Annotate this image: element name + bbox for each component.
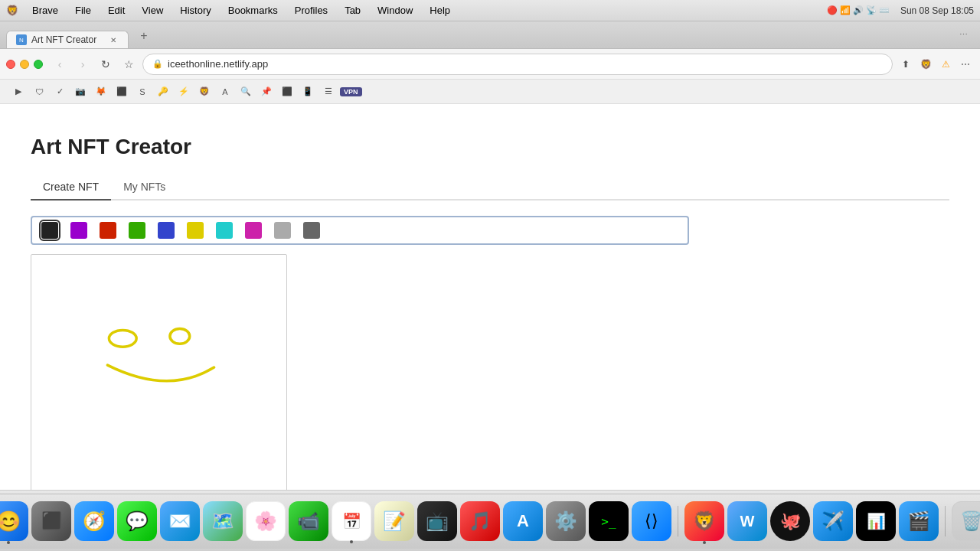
ext-icon-13[interactable]: 📌 [257,83,276,101]
sidebar-toggle[interactable]: ☰ [319,83,338,101]
color-light-gray[interactable] [274,222,291,239]
ext-icon-8[interactable]: 🔑 [154,83,172,101]
browser-tab[interactable]: N Art NFT Creator ✕ [6,31,129,48]
ext-icon-10[interactable]: 🦁 [195,83,214,101]
dock-messages[interactable]: 💬 [117,501,157,541]
dock-launchpad[interactable]: ⬛ [31,501,71,541]
tab-my-nfts[interactable]: My NFTs [111,174,178,201]
dock-telegram[interactable]: ✈️ [813,501,853,541]
url-text: iceethonline.netlify.app [168,58,268,70]
warning-icon[interactable]: ⚠ [937,56,954,73]
menu-view[interactable]: View [136,3,169,18]
menu-history[interactable]: History [174,3,217,18]
dock-notes[interactable]: 📝 [374,501,414,541]
tab-create-nft[interactable]: Create NFT [31,174,111,201]
datetime: Sun 08 Sep 18:05 [900,5,974,16]
ext-icon-3[interactable]: ✓ [51,83,69,101]
color-cyan[interactable] [216,222,233,239]
color-green[interactable] [129,222,145,239]
color-red[interactable] [100,222,116,239]
ext-icon-5[interactable]: 🦊 [92,83,110,101]
svg-point-1 [170,328,190,344]
close-button[interactable] [6,60,15,69]
dock-music[interactable]: 🎵 [460,501,500,541]
dock-appletv[interactable]: 📺 [417,501,457,541]
dock: 😊 ⬛ 🧭 💬 ✉️ 🗺️ 🌸 📹 � [0,494,980,549]
address-bar: ‹ › ↻ ☆ 🔒 iceethonline.netlify.app ⬆ 🦁 ⚠… [0,49,980,80]
share-icon[interactable]: ⬆ [897,56,914,73]
new-tab-button[interactable]: + [133,25,155,47]
window-controls: ⋯ [953,27,974,43]
page-tabs: Create NFT My NFTs [31,174,949,201]
back-button[interactable]: ‹ [51,55,69,73]
menu-profiles[interactable]: Profiles [289,3,334,18]
ext-icon-2[interactable]: 🛡 [30,83,48,101]
menu-edit[interactable]: Edit [102,3,131,18]
drawing-canvas-container[interactable] [31,254,287,490]
address-field[interactable]: 🔒 iceethonline.netlify.app [142,54,893,75]
dock-dot-brave [703,541,706,544]
maximize-button[interactable] [34,60,43,69]
dock-dot-finder [7,541,10,544]
tab-favicon: N [16,34,27,45]
dock-vscode[interactable]: ⟨⟩ [632,501,671,541]
dock-trash[interactable]: 🗑️ [952,501,980,541]
menu-bookmarks[interactable]: Bookmarks [222,3,284,18]
menu-file[interactable]: File [69,3,97,18]
vpn-badge[interactable]: VPN [340,87,362,96]
dock-separator-1 [678,506,678,536]
menu-bar-left: 🦁 Brave File Edit View History Bookmarks… [6,3,456,18]
color-dark-gray[interactable] [303,222,320,239]
forward-button[interactable]: › [74,55,92,73]
dock-terminal[interactable]: >_ [589,501,629,541]
brave-logo: 🦁 [6,5,18,16]
ext-icon-12[interactable]: 🔍 [237,83,255,101]
menu-brave[interactable]: Brave [26,3,64,18]
svg-point-0 [109,330,136,347]
menu-window[interactable]: Window [371,3,419,18]
dock-finder[interactable]: 😊 [0,501,28,541]
color-yellow[interactable] [187,222,204,239]
ext-icon-14[interactable]: ⬛ [278,83,296,101]
main-content: Art NFT Creator Create NFT My NFTs Clear… [0,104,980,490]
dock-quicktime[interactable]: 🎬 [899,501,939,541]
dock-calendar[interactable]: 📅 [332,501,371,541]
menu-tab[interactable]: Tab [338,3,367,18]
dock-maps[interactable]: 🗺️ [203,501,243,541]
dock-activity[interactable]: 📊 [856,501,896,541]
dock-brave[interactable]: 🦁 [684,501,724,541]
ext-icon-4[interactable]: 📷 [71,83,90,101]
dock-mail[interactable]: ✉️ [160,501,200,541]
lock-icon: 🔒 [152,59,163,69]
menu-help[interactable]: Help [423,3,456,18]
ext-icon-11[interactable]: A [216,83,234,101]
page-title: Art NFT Creator [31,135,949,159]
dock-appstore[interactable]: A [503,501,543,541]
dock-separator-2 [945,506,946,536]
dock-wix[interactable]: W [727,501,767,541]
color-palette [31,216,689,245]
ext-icon-7[interactable]: S [133,83,152,101]
ext-icon-15[interactable]: 📱 [299,83,317,101]
ext-icon-6[interactable]: ⬛ [113,83,131,101]
dock-facetime[interactable]: 📹 [289,501,328,541]
dock-safari[interactable]: 🧭 [74,501,114,541]
color-black[interactable] [41,222,58,239]
system-icons: 🔴 📶 🔊 📡 ⌨️ [827,5,890,15]
dock-photos[interactable]: 🌸 [246,501,286,541]
color-blue[interactable] [158,222,175,239]
ext-icon-9[interactable]: ⚡ [175,83,193,101]
minimize-button[interactable] [20,60,29,69]
dock-dot-calendar [350,540,353,543]
reload-button[interactable]: ↻ [96,55,115,73]
brave-shield-icon[interactable]: 🦁 [917,56,934,73]
color-purple[interactable] [70,222,87,239]
dock-systemprefs[interactable]: ⚙️ [546,501,586,541]
color-magenta[interactable] [245,222,262,239]
menu-bar: 🦁 Brave File Edit View History Bookmarks… [0,0,980,21]
ext-icon-1[interactable]: ▶ [9,83,28,101]
dock-github[interactable]: 🐙 [770,501,810,541]
more-icon[interactable]: ⋯ [957,56,974,73]
tab-close-button[interactable]: ✕ [108,34,119,45]
bookmark-button[interactable]: ☆ [119,55,138,73]
